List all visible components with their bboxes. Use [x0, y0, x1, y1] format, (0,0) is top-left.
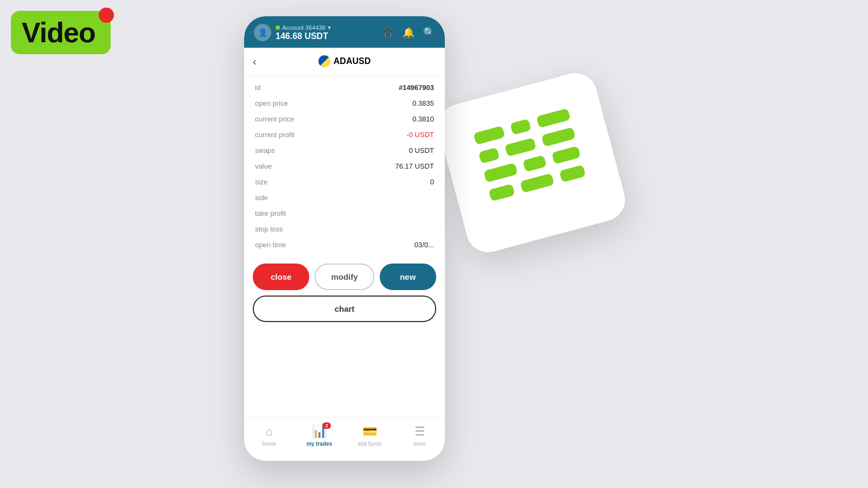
close-button[interactable]: close: [253, 264, 309, 290]
header-left: 👤 Account 364438 ▾ 146.68 USDT: [254, 24, 331, 41]
row-value-current-profit: -0 USDT: [406, 131, 434, 139]
trade-title: ADAUSD: [318, 55, 371, 67]
table-row: open time 03/0...: [244, 237, 445, 253]
account-name-row: Account 364438 ▾: [276, 24, 331, 31]
new-button[interactable]: new: [380, 264, 436, 290]
row-value-id: #14967903: [399, 84, 434, 92]
svg-rect-3: [478, 147, 500, 164]
action-row-2: chart: [253, 296, 436, 322]
nav-add-funds[interactable]: 💳 add funds: [344, 422, 395, 449]
nav-more-label: more: [413, 441, 426, 447]
table-row: side: [244, 190, 445, 206]
video-badge: Video: [11, 11, 111, 54]
nav-more[interactable]: ☰ more: [395, 422, 445, 449]
row-label-open-time: open time: [255, 241, 286, 249]
trade-details-scroll: id #14967903 open price 0.3835 current p…: [244, 75, 445, 418]
row-label-side: side: [255, 194, 268, 202]
chevron-down-icon[interactable]: ▾: [328, 24, 331, 31]
row-value-swaps: 0 USDT: [409, 146, 434, 155]
back-button[interactable]: ‹: [253, 55, 257, 68]
trade-details: id #14967903 open price 0.3835 current p…: [244, 75, 445, 257]
table-row: id #14967903: [244, 80, 445, 95]
more-icon: ☰: [414, 425, 425, 439]
row-label-stop-loss: stop loss: [255, 225, 283, 233]
svg-rect-8: [552, 146, 581, 164]
row-value-current-price: 0.3810: [412, 115, 434, 123]
table-row: stop loss: [244, 221, 445, 237]
trade-symbol: ADAUSD: [334, 56, 371, 66]
nav-badge-wrap: 📊 2: [312, 425, 327, 439]
row-label-current-profit: current profit: [255, 131, 295, 139]
row-value-open-time: 03/0...: [414, 241, 434, 249]
row-label-id: id: [255, 84, 260, 92]
home-icon: ⌂: [266, 425, 273, 439]
svg-rect-7: [522, 155, 546, 172]
table-row: current price 0.3810: [244, 111, 445, 127]
phone-content: ‹ ADAUSD id #14967903 open price 0.3835: [244, 48, 445, 454]
account-name: Account 364438: [282, 24, 326, 31]
nav-add-funds-label: add funds: [358, 441, 381, 447]
logo-card: [433, 68, 630, 257]
action-row-1: close modify new: [253, 264, 436, 290]
row-label-value: value: [255, 162, 272, 170]
table-row: size 0: [244, 174, 445, 190]
bottom-navigation: ⌂ home 📊 2 my trades 💳 add funds ☰ more: [244, 418, 445, 454]
phone-header: 👤 Account 364438 ▾ 146.68 USDT 🎧 🔔 🔍: [244, 16, 445, 48]
svg-rect-0: [473, 126, 505, 145]
svg-rect-4: [505, 138, 537, 157]
row-label-size: size: [255, 178, 267, 186]
row-value-value: 76.17 USDT: [395, 162, 434, 170]
svg-rect-5: [541, 127, 576, 147]
chart-button[interactable]: chart: [253, 296, 436, 322]
row-label-open-price: open price: [255, 99, 288, 107]
add-funds-icon: 💳: [362, 425, 377, 439]
account-balance: 146.68 USDT: [276, 31, 331, 41]
avatar-icon: 👤: [254, 24, 271, 41]
table-row: open price 0.3835: [244, 95, 445, 111]
notification-icon[interactable]: 🔔: [403, 27, 414, 38]
headset-icon[interactable]: 🎧: [382, 27, 394, 38]
nav-my-trades[interactable]: 📊 2 my trades: [295, 422, 345, 449]
account-info: Account 364438 ▾ 146.68 USDT: [276, 24, 331, 41]
row-value-size: 0: [430, 178, 434, 186]
app-logo: [467, 101, 597, 224]
table-row: swaps 0 USDT: [244, 143, 445, 158]
row-label-current-price: current price: [255, 115, 294, 123]
search-icon[interactable]: 🔍: [423, 27, 435, 38]
row-label-take-profit: take profit: [255, 209, 286, 217]
modify-button[interactable]: modify: [315, 264, 374, 290]
svg-rect-6: [483, 163, 518, 183]
nav-trades-label: my trades: [307, 441, 332, 447]
row-value-open-price: 0.3835: [412, 99, 434, 107]
svg-rect-11: [559, 165, 586, 183]
phone-device: 👤 Account 364438 ▾ 146.68 USDT 🎧 🔔 🔍 ‹ A…: [244, 16, 445, 461]
svg-rect-2: [536, 108, 571, 128]
svg-rect-10: [520, 173, 554, 193]
video-badge-text: Video: [22, 16, 95, 49]
currency-flag-icon: [318, 55, 330, 67]
table-row: current profit -0 USDT: [244, 127, 445, 143]
nav-home[interactable]: ⌂ home: [244, 422, 295, 449]
row-label-swaps: swaps: [255, 146, 275, 155]
trades-badge: 2: [322, 422, 331, 429]
svg-rect-9: [488, 184, 515, 202]
table-row: take profit: [244, 206, 445, 221]
online-dot: [276, 25, 280, 30]
action-buttons: close modify new chart: [244, 257, 445, 326]
header-icons: 🎧 🔔 🔍: [382, 27, 435, 38]
svg-rect-1: [510, 119, 532, 135]
trade-navigation: ‹ ADAUSD: [244, 48, 445, 75]
recording-indicator: [99, 8, 114, 23]
nav-home-label: home: [263, 441, 276, 447]
table-row: value 76.17 USDT: [244, 158, 445, 174]
